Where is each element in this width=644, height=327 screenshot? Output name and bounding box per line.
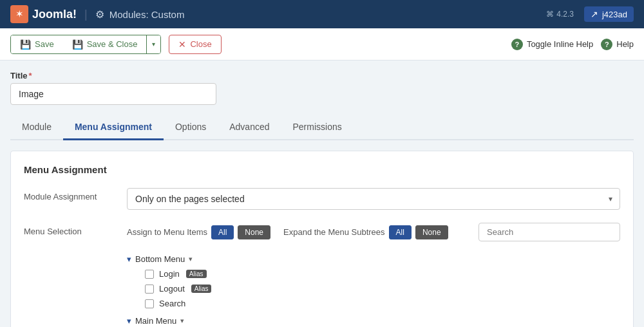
topbar-separator: | [84,8,88,21]
modules-icon: ⚙ [95,8,104,21]
tab-module[interactable]: Module [10,115,63,140]
module-assignment-content: Only on the pages selected On all pages … [127,188,620,210]
required-marker: * [29,71,32,80]
content-area: Title* Module Menu Assignment Options Ad… [0,61,644,327]
menu-item-login-label: Login [159,269,180,279]
tab-menu-assignment[interactable]: Menu Assignment [63,115,164,140]
tabs: Module Menu Assignment Options Advanced … [10,115,634,140]
module-assignment-row: Module Assignment Only on the pages sele… [24,188,620,210]
assign-none-button[interactable]: None [238,225,270,239]
menu-search-input[interactable] [478,223,620,241]
joomla-logo-icon: ✶ [10,5,28,23]
title-input[interactable] [10,83,216,105]
menu-assignment-card: Menu Assignment Module Assignment Only o… [10,151,634,327]
menu-item-logout-checkbox[interactable] [145,285,154,294]
collapse-icon: ▾ [127,254,131,264]
toolbar-left: 💾 Save 💾 Save & Close ▾ ✕ Close [10,35,222,54]
menu-tree: ▾ Bottom Menu ▾ Login Alias [127,252,620,327]
topbar-title: ⚙ Modules: Custom [95,8,185,21]
menu-item-login: Login Alias [145,266,620,281]
menu-item-search-checkbox[interactable] [145,299,154,308]
menu-item-logout-label: Logout [159,284,185,294]
title-label: Title* [10,71,634,80]
joomla-logo[interactable]: ✶ Joomla! [10,5,77,23]
question-icon: ? [511,39,523,50]
assign-all-button[interactable]: All [211,225,234,239]
username: j423ad [602,10,627,19]
logout-alias-badge: Alias [191,285,212,293]
assign-label: Assign to Menu Items [127,227,207,237]
main-menu-arrow: ▾ [180,317,184,325]
menu-group-bottom-header[interactable]: ▾ Bottom Menu ▾ [127,252,620,266]
save-close-button[interactable]: 💾 Save & Close [63,35,147,53]
menu-item-search: Search [145,296,620,311]
menu-item-logout: Logout Alias [145,281,620,296]
help-label: Help [616,39,634,49]
tab-permissions[interactable]: Permissions [281,115,354,140]
menu-group-bottom: ▾ Bottom Menu ▾ Login Alias [127,252,620,311]
topbar-left: ✶ Joomla! | ⚙ Modules: Custom [10,5,184,23]
toolbar-right: ? Toggle Inline Help ? Help [511,39,634,50]
save-close-icon: 💾 [72,39,83,50]
collapse-main-icon: ▾ [127,316,131,326]
bottom-menu-name: Bottom Menu [135,254,185,264]
expand-all-button[interactable]: All [389,225,412,239]
main-menu-name: Main Menu [135,316,176,326]
menu-selection-row: Menu Selection Assign to Menu Items All … [24,223,620,327]
expand-label: Expand the Menu Subtrees [283,227,385,237]
version-badge: ⌘ 4.2.3 [546,10,574,19]
toggle-inline-help-button[interactable]: ? Toggle Inline Help [511,39,593,50]
tab-options[interactable]: Options [164,115,218,140]
menu-item-search-label: Search [159,299,185,308]
menu-selection-content: Assign to Menu Items All None Expand the… [127,223,620,327]
save-close-label: Save & Close [87,39,138,49]
help-icon: ? [601,39,612,50]
close-label: Close [190,39,211,49]
page-title: Modules: Custom [109,9,185,20]
save-dropdown-button[interactable]: ▾ [146,35,160,53]
user-menu[interactable]: ↗ j423ad [584,6,634,22]
help-button[interactable]: ? Help [601,39,634,50]
bottom-menu-items: Login Alias Logout Alias Search [145,266,620,311]
save-button[interactable]: 💾 Save [11,35,63,53]
toggle-inline-help-label: Toggle Inline Help [527,39,593,49]
save-label: Save [35,39,54,49]
tab-advanced[interactable]: Advanced [218,115,281,140]
topbar: ✶ Joomla! | ⚙ Modules: Custom ⌘ 4.2.3 ↗ … [0,0,644,28]
menu-controls: Assign to Menu Items All None Expand the… [127,223,620,241]
toolbar: 💾 Save 💾 Save & Close ▾ ✕ Close ? Toggle… [0,28,644,61]
joomla-logo-text: Joomla! [32,8,77,21]
user-icon: ↗ [591,9,598,19]
menu-group-main-header[interactable]: ▾ Main Menu ▾ [127,313,620,327]
save-icon: 💾 [20,39,31,50]
menu-group-main: ▾ Main Menu ▾ ✓ Home [127,313,620,327]
expand-group: Expand the Menu Subtrees All None [283,225,448,239]
menu-item-login-checkbox[interactable] [145,270,154,279]
login-alias-badge: Alias [186,270,207,278]
keyboard-icon: ⌘ [546,10,554,19]
card-title: Menu Assignment [24,164,620,175]
module-assignment-label: Module Assignment [24,188,127,201]
version-number: 4.2.3 [556,10,574,19]
save-group: 💾 Save 💾 Save & Close ▾ [10,35,161,54]
assign-group: Assign to Menu Items All None [127,225,270,239]
menu-selection-label: Menu Selection [24,223,127,236]
expand-none-button[interactable]: None [415,225,448,239]
title-section: Title* [10,71,634,105]
topbar-right: ⌘ 4.2.3 ↗ j423ad [546,6,634,22]
close-icon: ✕ [178,39,186,50]
module-assignment-select-wrapper: Only on the pages selected On all pages … [127,188,620,210]
module-assignment-select[interactable]: Only on the pages selected On all pages … [127,188,620,210]
close-button[interactable]: ✕ Close [169,35,221,54]
bottom-menu-arrow: ▾ [189,255,193,263]
